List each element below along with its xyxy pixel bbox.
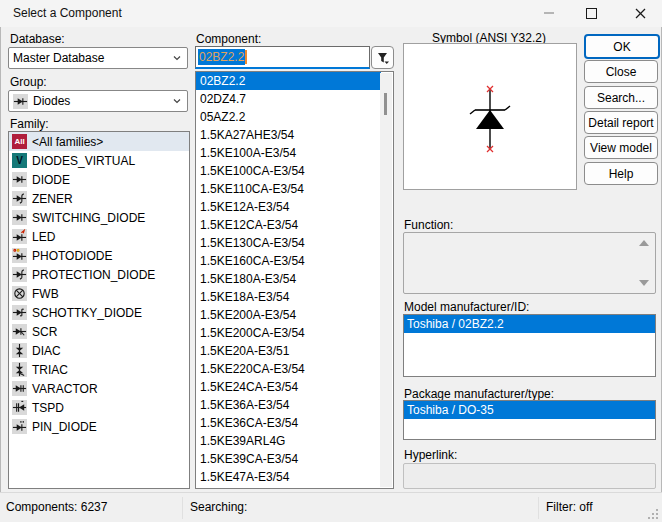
maximize-icon (586, 8, 597, 19)
close-dialog-button[interactable]: Close (584, 60, 658, 83)
component-item[interactable]: 1.5KE200A-E3/54 (196, 306, 393, 324)
component-item[interactable]: 1.5KE110CA-E3/54 (196, 180, 393, 198)
component-item[interactable]: 1.5KE24CA-E3/54 (196, 378, 393, 396)
family-item-all-families[interactable]: All <All families> (9, 132, 189, 151)
scr-icon (12, 324, 27, 339)
component-item[interactable]: 1.5KE160CA-E3/54 (196, 252, 393, 270)
statusbar-filter-status: Filter: off (546, 500, 592, 514)
component-item[interactable]: 1.5KE18A-E3/54 (196, 288, 393, 306)
tspd-icon (12, 400, 27, 415)
package-manufacturer-list: Toshiba / DO-35 (403, 400, 656, 440)
ok-button[interactable]: OK (584, 34, 660, 59)
database-dropdown[interactable]: Master Database (8, 47, 188, 69)
component-list-scrollbar[interactable] (380, 73, 392, 487)
component-item[interactable]: 1.5KE20A-E3/51 (196, 342, 393, 360)
statusbar-divider (182, 497, 183, 519)
family-item-photodiode[interactable]: PHOTODIODE (9, 246, 189, 265)
component-item[interactable]: 1.5KE39CA-E3/54 (196, 450, 393, 468)
virtual-diode-icon: V (12, 153, 27, 168)
component-item[interactable]: 1.5KE130CA-E3/54 (196, 234, 393, 252)
component-item[interactable]: 1.5KE36A-E3/54 (196, 396, 393, 414)
switching-diode-icon (12, 210, 27, 225)
chevron-down-icon (171, 95, 183, 107)
statusbar-searching: Searching: (190, 500, 247, 514)
pin-diode-icon (12, 419, 27, 434)
component-item[interactable]: 02DZ4.7 (196, 90, 393, 108)
hyperlink-label: Hyperlink: (404, 448, 457, 462)
package-manufacturer-label: Package manufacturer/type: (404, 387, 554, 401)
family-item-fwb[interactable]: FWB (9, 284, 189, 303)
component-item[interactable]: 02BZ2.2 (196, 72, 381, 90)
diac-icon (12, 343, 27, 358)
minimize-button[interactable] (529, 0, 569, 26)
triac-icon (12, 362, 27, 377)
component-item[interactable]: 1.5KE39ARL4G (196, 432, 393, 450)
photodiode-icon (12, 248, 27, 263)
protection-diode-icon (12, 267, 27, 282)
component-label: Component: (196, 32, 261, 46)
database-value: Master Database (13, 51, 104, 65)
varactor-icon (12, 381, 27, 396)
family-label: Family: (10, 117, 49, 131)
family-item-pin-diode[interactable]: PIN_DIODE (9, 417, 189, 436)
component-item[interactable]: 1.5KE47A-E3/54 (196, 468, 393, 486)
component-input[interactable]: 02BZ2.2 (195, 46, 370, 69)
package-manufacturer-item[interactable]: Toshiba / DO-35 (404, 401, 655, 419)
scroll-down-icon[interactable] (639, 280, 649, 286)
maximize-button[interactable] (571, 0, 611, 26)
detail-report-button[interactable]: Detail report (584, 111, 658, 134)
model-manufacturer-label: Model manufacturer/ID: (404, 300, 529, 314)
component-item[interactable]: 1.5KE200CA-E3/54 (196, 324, 393, 342)
family-list: All <All families> V DIODES_VIRTUAL DIOD… (8, 131, 190, 489)
component-item[interactable]: 1.5KE100A-E3/54 (196, 144, 393, 162)
resize-grip[interactable] (656, 517, 658, 519)
statusbar: Components: 6237 Searching: Filter: off (0, 492, 662, 522)
close-button[interactable] (620, 0, 660, 26)
hyperlink-input[interactable] (403, 463, 656, 489)
family-item-diac[interactable]: DIAC (9, 341, 189, 360)
group-dropdown[interactable]: Diodes (8, 90, 188, 112)
component-input-value: 02BZ2.2 (198, 49, 245, 65)
group-label: Group: (10, 75, 47, 89)
component-item[interactable]: 1.5KE220CA-E3/54 (196, 360, 393, 378)
funnel-filter-icon (376, 51, 390, 65)
component-item[interactable]: 1.5KE36CA-E3/54 (196, 414, 393, 432)
family-item-diode[interactable]: DIODE (9, 170, 189, 189)
scroll-up-icon[interactable] (639, 240, 649, 246)
component-item[interactable]: 1.5KA27AHE3/54 (196, 126, 393, 144)
component-item[interactable]: 1.5KE180A-E3/54 (196, 270, 393, 288)
minimize-icon (544, 12, 554, 14)
family-item-zener[interactable]: ZENER (9, 189, 189, 208)
filter-button[interactable] (371, 46, 394, 69)
full-wave-bridge-icon (12, 286, 27, 301)
diode-icon (12, 172, 27, 187)
chevron-down-icon (171, 52, 183, 64)
zener-diode-symbol (404, 44, 574, 187)
help-button[interactable]: Help (584, 162, 658, 185)
model-manufacturer-item[interactable]: Toshiba / 02BZ2.2 (404, 315, 655, 333)
search-button[interactable]: Search... (584, 86, 658, 109)
family-item-triac[interactable]: TRIAC (9, 360, 189, 379)
family-item-tspd[interactable]: TSPD (9, 398, 189, 417)
family-item-scr[interactable]: SCR (9, 322, 189, 341)
close-icon (635, 8, 646, 19)
family-item-led[interactable]: LED (9, 227, 189, 246)
family-item-varactor[interactable]: VARACTOR (9, 379, 189, 398)
family-item-diodes-virtual[interactable]: V DIODES_VIRTUAL (9, 151, 189, 170)
component-item[interactable]: 1.5KE100CA-E3/54 (196, 162, 393, 180)
group-value: Diodes (33, 94, 70, 108)
symbol-preview (403, 43, 577, 190)
select-component-dialog: Select a Component Database: Master Data… (0, 0, 662, 522)
function-textarea[interactable] (403, 232, 656, 294)
component-item[interactable]: 1.5KE12A-E3/54 (196, 198, 393, 216)
database-label: Database: (10, 32, 65, 46)
family-item-schottky-diode[interactable]: SCHOTTKY_DIODE (9, 303, 189, 322)
family-item-switching-diode[interactable]: SWITCHING_DIODE (9, 208, 189, 227)
titlebar: Select a Component (0, 0, 662, 27)
all-families-icon: All (12, 134, 27, 149)
family-item-protection-diode[interactable]: PROTECTION_DIODE (9, 265, 189, 284)
view-model-button[interactable]: View model (584, 136, 658, 159)
scrollbar-thumb[interactable] (384, 93, 387, 115)
component-item[interactable]: 05AZ2.2 (196, 108, 393, 126)
component-item[interactable]: 1.5KE12CA-E3/54 (196, 216, 393, 234)
